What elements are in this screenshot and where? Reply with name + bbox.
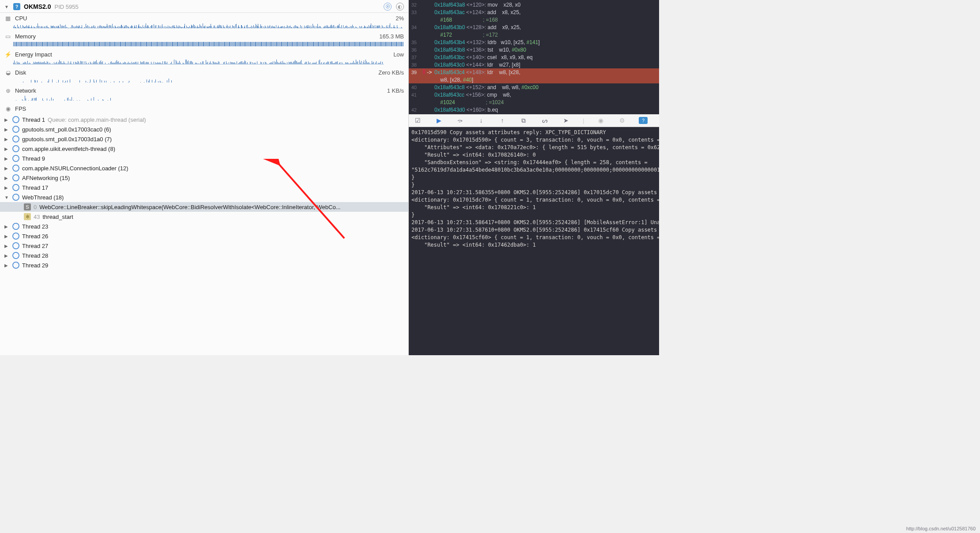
asm-instruction: 0x18af643b0 <+128>: add x9, x25, [434,24,659,30]
frame-text: thread_start [42,214,73,220]
metric-value: 2% [396,15,404,22]
metric-label: Network [15,87,36,94]
disclosure-triangle[interactable]: ▶ [4,263,10,268]
disclosure-triangle[interactable]: ▶ [4,176,10,180]
thread-row[interactable]: ▶com.apple.NSURLConnectionLoader (12) [0,163,408,173]
thread-icon [12,262,19,269]
continue-icon[interactable]: ▶ [434,117,443,124]
toggle-output-icon[interactable]: ☑ [413,117,422,124]
disclosure-triangle[interactable]: ▶ [4,234,10,239]
thread-row[interactable]: ▶Thread 1 Queue: com.apple.main-thread (… [0,115,408,124]
asm-row[interactable]: 360x18af643b8 <+136>: tst w10, #0x80 [409,46,659,53]
disclosure-triangle[interactable]: ▶ [4,137,10,142]
disclosure-triangle[interactable]: ▶ [4,253,10,258]
thread-label: WebThread (18) [22,194,64,201]
step-over-icon[interactable]: ⤼ [456,117,464,124]
disclosure-triangle[interactable]: ▶ [4,224,10,229]
asm-row[interactable]: 350x18af643b4 <+132>: ldrb w10, [x25, #1… [409,38,659,46]
step-out-icon[interactable]: ↑ [498,117,507,124]
frame-text: WebCore::LineBreaker::skipLeadingWhitesp… [39,204,340,210]
thread-row[interactable]: ▶Thread 29 [0,260,408,270]
asm-row[interactable]: 39 ->0x18af643c4 <+148>: ldr w8, [x28, W… [409,68,659,76]
line-number: 39 [409,70,419,75]
thread-label: gputools.smt_poll.0x17003cac0 (6) [22,126,111,133]
asm-row[interactable]: 380x18af643c0 <+144>: ldr w27, [x8] [409,61,659,68]
thread-icon [12,116,19,123]
disclosure-triangle[interactable]: ▶ [4,146,10,151]
disassembly-view[interactable]: 320x18af643a8 <+120>: mov x28, x0330x18a… [409,0,659,114]
thread-row[interactable]: ▶Thread 26 [0,231,408,241]
thread-row[interactable]: ▶AFNetworking (15) [0,173,408,183]
asm-row[interactable]: 420x18af643d0 <+160>: b.eq [409,106,659,113]
disk-icon: ◒ [4,69,11,76]
metric-fps[interactable]: ◉FPS [0,103,408,113]
thread-label: Thread 27 [22,243,48,249]
disclosure-triangle[interactable]: ▼ [4,4,10,9]
asm-row[interactable]: 340x18af643b0 <+128>: add x9, x25, [409,23,659,31]
disclosure-triangle[interactable]: ▶ [4,156,10,161]
disclosure-triangle[interactable]: ▶ [4,127,10,132]
thread-row[interactable]: ▶Thread 17 [0,183,408,192]
thread-label: Thread 1 [22,116,45,123]
disclosure-triangle[interactable]: ▼ [4,195,10,200]
asm-instruction: 0x18af643c4 <+148>: ldr w8, [x28, [434,69,659,75]
asm-row[interactable]: 330x18af643ac <+124>: add x8, x25, [409,8,659,16]
metric-disk[interactable]: ◒DiskZero KB/s [0,67,408,85]
metric-cpu[interactable]: ▦CPU2% [0,13,408,31]
thread-row[interactable]: ▶com.apple.uikit.eventfetch-thread (8) [0,144,408,154]
app-name: OKMS2.0 [24,3,51,10]
asm-row[interactable]: 410x18af643cc <+156>: cmp w8, [409,91,659,98]
asm-row-continuation: #172 ; =172 [409,31,659,38]
compass-icon[interactable]: ⦿ [384,3,392,11]
debug-toolbar: ☑ ▶ ⤼ ↓ ↑ ⧉ ᔕ ➤ | ◉ ⚙ ? [409,114,659,127]
thread-row[interactable]: ▶gputools.smt_poll.0x17003d1a0 (7) [0,134,408,144]
network-icon: ⊕ [4,87,11,94]
line-number: 38 [409,62,419,68]
thread-row[interactable]: ▶Thread 9 [0,154,408,163]
thread-icon [12,194,19,201]
disclosure-triangle[interactable]: ▶ [4,166,10,171]
thread-suffix: Queue: com.apple.main-thread (serial) [48,116,146,123]
disclosure-triangle[interactable]: ▶ [4,117,10,122]
graph-icon[interactable]: ᔕ [540,117,549,124]
asm-row[interactable]: 370x18af643bc <+140>: csel x8, x9, x8, e… [409,53,659,61]
gear-icon: ✻ [24,213,31,220]
thread-label: com.apple.uikit.eventfetch-thread (8) [22,146,115,152]
thread-label: Thread 29 [22,262,48,269]
step-into-icon[interactable]: ↓ [477,117,486,124]
asm-instruction: 0x18af643d0 <+160>: b.eq [434,107,659,113]
app-badge-icon[interactable]: ? [639,117,648,124]
settings-icon[interactable]: ⚙ [618,117,626,124]
console-output[interactable]: 0x17015d590 Copy assets attributes reply… [409,127,659,355]
line-number: 41 [409,92,419,98]
disclosure-triangle[interactable]: ▶ [4,185,10,190]
thread-row[interactable]: ▶Thread 27 [0,241,408,251]
stack-frame-row[interactable]: S0 WebCore::LineBreaker::skipLeadingWhit… [0,202,408,212]
meter-icon[interactable]: ◐ [396,3,404,11]
disclosure-triangle[interactable]: ▶ [4,244,10,248]
debug-view-icon[interactable]: ⧉ [519,117,528,124]
metric-energy[interactable]: ⚡Energy ImpactLow [0,49,408,67]
metric-network[interactable]: ⊕Network1 KB/s [0,85,408,103]
thread-icon [12,155,19,162]
thread-row[interactable]: ▶Thread 28 [0,251,408,260]
metric-label: Disk [15,69,26,76]
line-number: 42 [409,107,419,113]
thread-row[interactable]: ▶gputools.smt_poll.0x17003cac0 (6) [0,124,408,134]
asm-row[interactable]: 320x18af643a8 <+120>: mov x28, x0 [409,1,659,8]
line-number: 40 [409,85,419,90]
thread-row[interactable]: ▶Thread 23 [0,221,408,231]
metric-label: Memory [15,33,36,40]
thread-row[interactable]: ▼WebThread (18) [0,192,408,202]
asm-instruction: 0x18af643c0 <+144>: ldr w27, [x8] [434,62,659,68]
metric-value: 165.3 MB [379,33,404,40]
thread-icon [12,184,19,191]
stack-frame-row[interactable]: ✻43 thread_start [0,212,408,221]
asm-row[interactable]: 400x18af643c8 <+152>: and w8, w8, #0xc00 [409,83,659,91]
location-icon[interactable]: ➤ [562,117,570,124]
line-number: 37 [409,55,419,60]
thread-label: AFNetworking (15) [22,175,70,181]
camera-icon[interactable]: ◉ [596,117,605,124]
metric-memory[interactable]: ▭Memory165.3 MB [0,31,408,49]
metric-value: Low [393,51,404,58]
